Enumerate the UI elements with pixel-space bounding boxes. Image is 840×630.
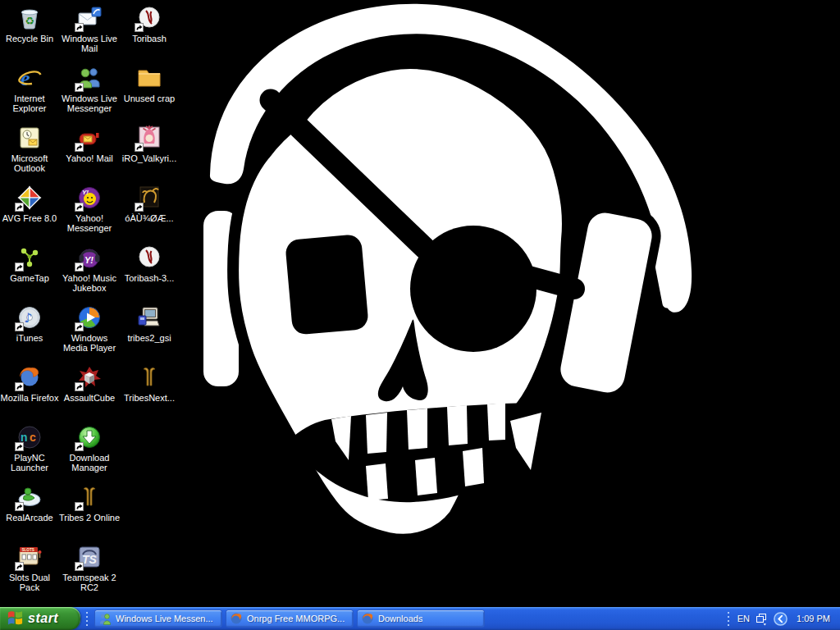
shortcut-arrow-icon xyxy=(135,143,144,152)
assaultcube-icon xyxy=(76,364,103,390)
shortcut-arrow-icon xyxy=(15,203,24,212)
firefox-small-icon xyxy=(361,612,374,625)
yahoo-messenger-icon: Y! xyxy=(76,185,103,211)
shortcut-arrow-icon xyxy=(75,442,84,451)
desktop-icon-yahoo-music-jukebox-13[interactable]: Y!Yahoo! Music Jukebox xyxy=(58,244,121,293)
desktop-icon-label: Toribash xyxy=(118,34,180,43)
desktop-icon-label: GameTap xyxy=(0,273,61,283)
desktop-icon-internet-explorer-3[interactable]: eInternet Explorer xyxy=(0,65,61,113)
shortcut-arrow-icon xyxy=(15,562,24,571)
desktop-icon-realarcade-23[interactable]: RealArcade xyxy=(0,484,61,523)
windows-media-player-icon xyxy=(76,304,103,331)
desktop-icon-label: Download Manager xyxy=(58,453,121,472)
tribes-gold-icon xyxy=(136,364,162,390)
firefox-icon xyxy=(16,364,43,390)
shortcut-arrow-icon xyxy=(75,143,84,152)
desktop-icon-itunes-15[interactable]: ♪iTunes xyxy=(0,304,61,343)
desktop-icon-label: Mozilla Firefox xyxy=(0,393,61,403)
svg-text:TS: TS xyxy=(82,553,98,566)
desktop-icon-yahoo-messenger-10[interactable]: Y!Yahoo! Messenger xyxy=(58,185,121,233)
taskbar-button-0[interactable]: Windows Live Messen... xyxy=(94,609,222,628)
internet-explorer-icon: e xyxy=(16,65,43,91)
desktop-icon-label: Toribash-3... xyxy=(118,273,180,283)
language-indicator[interactable]: EN xyxy=(737,614,750,623)
desktop-icon-tribes-gold-20[interactable]: TribesNext... xyxy=(118,364,180,403)
shortcut-arrow-icon xyxy=(75,262,84,272)
desktop-icon-label: Yahoo! Music Jukebox xyxy=(58,273,121,293)
svg-text:♻: ♻ xyxy=(25,15,34,27)
shortcut-arrow-icon xyxy=(15,262,24,272)
desktop-icon-teamspeak-26[interactable]: TSTeamspeak 2 RC2 xyxy=(58,544,121,592)
desktop-icon-slots-25[interactable]: SLOTSSlots Dual Pack xyxy=(0,544,61,592)
desktop-icon-label: iTunes xyxy=(0,333,61,343)
desktop-icon-label: Internet Explorer xyxy=(0,94,61,113)
taskbar: start Windows Live Messen...Onrpg Free M… xyxy=(0,607,840,630)
desktop-icon-ragnarok-helmet-11[interactable]: óÀÙ¾ØÆ... xyxy=(118,185,180,223)
iro-valkyrie-icon xyxy=(136,125,162,151)
taskbar-button-label: Downloads xyxy=(378,614,422,623)
desktop-icon-windows-live-messenger-4[interactable]: Windows Live Messenger xyxy=(58,65,121,113)
desktop-icon-plaync-21[interactable]: ncPlayNC Launcher xyxy=(0,424,61,472)
desktop-icon-label: tribes2_gsi xyxy=(118,333,180,343)
computer-setup-icon xyxy=(136,304,162,331)
desktop-icon-label: Windows Live Mail xyxy=(58,34,121,53)
realarcade-icon xyxy=(16,484,43,510)
shortcut-arrow-icon xyxy=(75,382,84,391)
svg-text:SLOTS: SLOTS xyxy=(22,548,34,552)
desktop-icon-label: Slots Dual Pack xyxy=(0,573,61,592)
taskbar-buttons: Windows Live Messen...Onrpg Free MMORPG.… xyxy=(94,607,485,630)
ragnarok-helmet-icon xyxy=(136,185,162,211)
shortcut-arrow-icon xyxy=(135,203,144,212)
shortcut-arrow-icon xyxy=(75,502,84,511)
desktop-icon-label: Unused crap xyxy=(118,94,180,103)
hide-icons-chevron[interactable] xyxy=(773,611,788,627)
desktop-icon-firefox-18[interactable]: Mozilla Firefox xyxy=(0,364,61,403)
shortcut-arrow-icon xyxy=(15,442,24,451)
desktop-icon-tribes-gold-24[interactable]: Tribes 2 Online xyxy=(58,484,121,523)
shortcut-arrow-icon xyxy=(75,23,84,32)
desktop-icon-label: Recycle Bin xyxy=(0,34,61,43)
desktop-icon-toribash-14[interactable]: Toribash-3... xyxy=(118,244,180,283)
windows-live-mail-icon xyxy=(76,5,103,31)
desktop-icon-yahoo-mail-7[interactable]: Yahoo! Mail xyxy=(58,125,121,163)
desktop-icon-iro-valkyrie-8[interactable]: iRO_Valkyri... xyxy=(118,125,180,163)
desktop-icon-assaultcube-19[interactable]: AssaultCube xyxy=(58,364,121,403)
msn-messenger-icon xyxy=(98,612,112,625)
language-bar-icon[interactable] xyxy=(755,612,768,626)
desktop-icon-folder-5[interactable]: Unused crap xyxy=(118,65,180,103)
toribash-icon xyxy=(136,5,162,31)
desktop-icon-label: Teamspeak 2 RC2 xyxy=(58,573,121,592)
desktop-icon-toribash-2[interactable]: Toribash xyxy=(118,5,180,43)
svg-text:Y!: Y! xyxy=(82,189,89,196)
desktop-icon-computer-setup-17[interactable]: tribes2_gsi xyxy=(118,304,180,343)
toribash-icon xyxy=(136,244,162,271)
desktop-icon-label: Tribes 2 Online xyxy=(58,513,121,523)
taskbar-clock[interactable]: 1:09 PM xyxy=(797,614,830,623)
itunes-icon: ♪ xyxy=(16,304,43,331)
download-manager-icon xyxy=(76,424,103,450)
desktop-icon-download-manager-22[interactable]: Download Manager xyxy=(58,424,121,472)
desktop-icon-microsoft-outlook-6[interactable]: Microsoft Outlook xyxy=(0,125,61,173)
shortcut-arrow-icon xyxy=(75,322,84,331)
start-button-label: start xyxy=(28,611,58,626)
desktop-icon-gametap-12[interactable]: GameTap xyxy=(0,244,61,283)
shortcut-arrow-icon xyxy=(15,502,24,511)
folder-icon xyxy=(136,65,162,91)
svg-text:c: c xyxy=(30,431,36,444)
yahoo-music-jukebox-icon: Y! xyxy=(76,244,103,271)
taskbar-button-label: Onrpg Free MMORPG... xyxy=(247,614,345,623)
desktop-icon-label: AssaultCube xyxy=(58,393,121,403)
tribes-gold-icon xyxy=(76,484,103,510)
desktop-icon-windows-media-player-16[interactable]: Windows Media Player xyxy=(58,304,121,353)
desktop: ♻Recycle BinWindows Live MailToribasheIn… xyxy=(0,0,840,607)
desktop-icon-windows-live-mail-1[interactable]: Windows Live Mail xyxy=(58,5,121,53)
taskbar-button-1[interactable]: Onrpg Free MMORPG... xyxy=(226,609,354,628)
gametap-icon xyxy=(16,244,43,271)
desktop-icon-recycle-bin-0[interactable]: ♻Recycle Bin xyxy=(0,5,61,43)
taskbar-button-2[interactable]: Downloads xyxy=(357,609,485,628)
svg-text:Y!: Y! xyxy=(84,255,94,265)
desktop-icon-label: Yahoo! Messenger xyxy=(58,213,121,233)
start-button[interactable]: start xyxy=(0,607,80,630)
taskbar-button-label: Windows Live Messen... xyxy=(116,614,213,623)
desktop-icon-avg-9[interactable]: AVG Free 8.0 xyxy=(0,185,61,223)
